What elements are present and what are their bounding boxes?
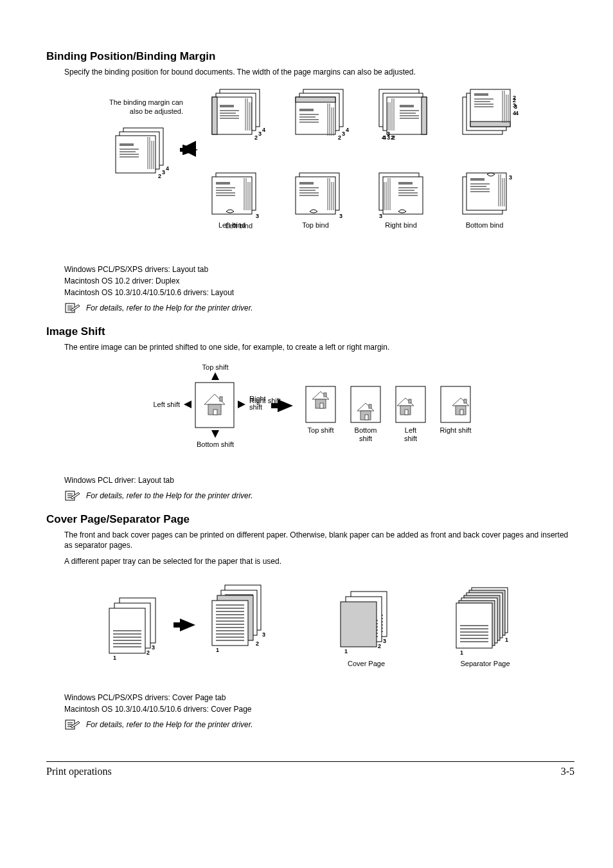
svg-rect-37 <box>422 97 427 134</box>
svg-text:3: 3 <box>339 213 342 219</box>
svg-rect-97 <box>271 403 279 408</box>
svg-text:2: 2 <box>513 97 516 104</box>
svg-text:Top bind: Top bind <box>302 221 329 229</box>
svg-text:shift: shift <box>359 435 372 442</box>
svg-rect-89 <box>220 397 222 401</box>
driver-binding-mac103: Macintosh OS 10.3/10.4/10.5/10.6 drivers… <box>64 288 574 297</box>
svg-text:3: 3 <box>379 213 382 219</box>
note-cover: For details, refer to the Help for the p… <box>64 719 574 730</box>
svg-text:4: 4 <box>166 165 169 172</box>
intro-imageshift: The entire image can be printed shifted … <box>64 342 574 353</box>
svg-text:Top shift: Top shift <box>308 426 334 434</box>
svg-text:Right shift: Right shift <box>440 426 472 434</box>
driver-imageshift-win: Windows PCL driver: Layout tab <box>64 476 574 485</box>
svg-rect-151 <box>341 602 377 647</box>
svg-text:3: 3 <box>387 134 390 141</box>
svg-marker-96 <box>278 399 293 412</box>
svg-text:1: 1 <box>344 648 348 655</box>
driver-binding-win: Windows PCL/PS/XPS drivers: Layout tab <box>64 265 574 274</box>
svg-text:Right bind: Right bind <box>385 221 417 229</box>
heading-cover: Cover Page/Separator Page <box>46 513 574 526</box>
svg-text:3: 3 <box>152 644 155 651</box>
note-imageshift: For details, refer to the Help for the p… <box>64 490 574 502</box>
svg-text:2: 2 <box>256 640 259 647</box>
page-footer: Print operations 3-5 <box>46 761 574 777</box>
svg-rect-111 <box>396 386 425 422</box>
svg-rect-108 <box>369 404 371 408</box>
note-text: For details, refer to the Help for the p… <box>86 303 253 312</box>
svg-text:Bottom: Bottom <box>355 426 377 434</box>
svg-text:3: 3 <box>262 631 265 638</box>
svg-text:Cover Page: Cover Page <box>348 660 385 667</box>
svg-rect-118 <box>441 386 470 422</box>
svg-text:Left: Left <box>405 426 416 434</box>
diagram-cover: 1 2 3 1 2 3 1 2 3 Cover Page <box>64 572 574 687</box>
svg-text:2: 2 <box>254 134 258 141</box>
footer-left: Print operations <box>46 766 112 777</box>
svg-rect-30 <box>296 97 335 102</box>
svg-text:3: 3 <box>258 131 262 137</box>
svg-text:Bottom shift: Bottom shift <box>197 440 234 448</box>
svg-rect-26 <box>212 97 217 134</box>
note-binding: For details, refer to the Help for the p… <box>64 302 574 314</box>
svg-text:1: 1 <box>113 655 116 661</box>
heading-binding: Binding Position/Binding Margin <box>46 50 574 63</box>
svg-text:3: 3 <box>514 104 517 110</box>
note-icon <box>64 719 81 730</box>
note-text: For details, refer to the Help for the p… <box>86 491 253 500</box>
driver-cover-win: Windows PCL/PS/XPS drivers: Cover Page t… <box>64 693 574 702</box>
svg-rect-141 <box>173 622 181 628</box>
svg-rect-115 <box>409 399 411 403</box>
svg-text:The binding margin can: The binding margin can <box>109 98 183 106</box>
svg-text:4: 4 <box>515 110 519 116</box>
diagram-binding: 2 3 4 The binding margin can also be adj… <box>64 83 574 258</box>
svg-text:2: 2 <box>158 173 161 179</box>
svg-marker-140 <box>180 619 195 631</box>
svg-text:4: 4 <box>382 134 385 141</box>
intro-binding: Specify the binding position for bound d… <box>64 67 574 78</box>
svg-text:3: 3 <box>256 213 259 219</box>
svg-text:1: 1 <box>505 637 508 643</box>
svg-text:shift: shift <box>249 403 262 411</box>
svg-rect-88 <box>213 410 217 415</box>
svg-text:2: 2 <box>378 643 381 649</box>
svg-text:Bottom bind: Bottom bind <box>466 221 504 229</box>
svg-rect-114 <box>405 410 408 415</box>
svg-text:Top shift: Top shift <box>202 363 229 371</box>
svg-text:Separator Page: Separator Page <box>460 660 510 667</box>
svg-text:Left shift: Left shift <box>153 401 180 408</box>
svg-text:Right: Right <box>249 395 266 402</box>
driver-binding-mac102: Macintosh OS 10.2 driver: Duplex <box>64 276 574 285</box>
footer-right: 3-5 <box>561 766 574 777</box>
driver-cover-mac103: Macintosh OS 10.3/10.4/10.5/10.6 drivers… <box>64 705 574 714</box>
svg-rect-107 <box>365 415 368 420</box>
svg-text:3: 3 <box>383 638 386 644</box>
heading-imageshift: Image Shift <box>46 325 574 338</box>
svg-text:3: 3 <box>509 174 512 181</box>
diagram-imageshift: Top shift Bottom shift Left shift Right … <box>64 358 574 469</box>
svg-text:1: 1 <box>216 647 219 653</box>
svg-text:3: 3 <box>162 169 165 176</box>
svg-rect-122 <box>464 399 466 403</box>
svg-text:4: 4 <box>262 127 265 133</box>
intro-cover-1: The front and back cover pages can be pr… <box>64 530 574 552</box>
svg-text:Left bind: Left bind <box>218 221 245 229</box>
svg-text:2: 2 <box>338 134 341 141</box>
svg-text:2: 2 <box>147 649 150 656</box>
svg-text:2: 2 <box>392 134 395 141</box>
svg-rect-121 <box>460 410 463 415</box>
intro-cover-2: A different paper tray can be selected f… <box>64 556 574 567</box>
svg-rect-102 <box>324 393 326 397</box>
svg-text:3: 3 <box>342 131 345 137</box>
svg-text:4: 4 <box>346 127 349 133</box>
note-icon <box>64 490 81 502</box>
note-icon <box>64 302 81 314</box>
svg-text:also be adjusted.: also be adjusted. <box>130 107 183 115</box>
svg-text:shift: shift <box>404 435 417 442</box>
svg-rect-145 <box>212 601 248 646</box>
note-text: For details, refer to the Help for the p… <box>86 720 253 729</box>
svg-text:1: 1 <box>460 649 463 656</box>
svg-rect-101 <box>320 403 323 408</box>
